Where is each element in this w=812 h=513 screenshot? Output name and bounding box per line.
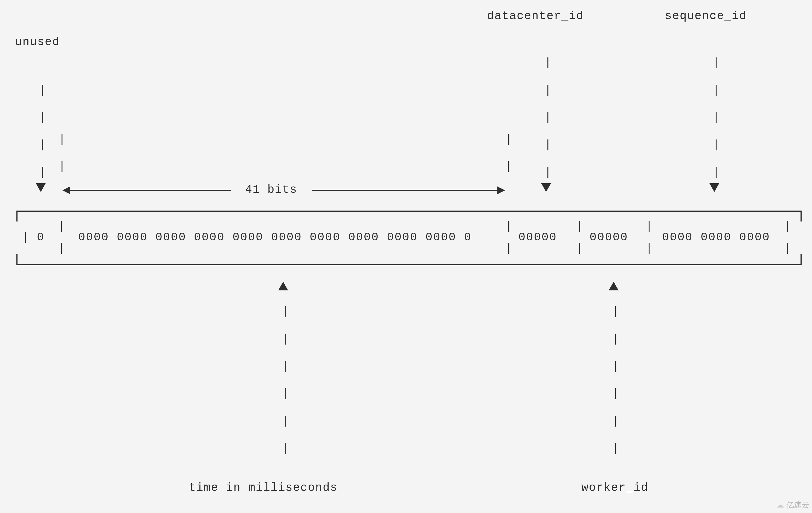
divider-icon: | (576, 242, 583, 255)
bits-cell-unused: 0 (37, 231, 45, 244)
divider-icon: | (576, 220, 583, 233)
label-sequence-id: sequence_id (665, 9, 747, 23)
arrow-left-icon (62, 186, 70, 194)
label-41-bits: 41 bits (245, 183, 297, 197)
divider-icon: | (505, 220, 512, 233)
label-worker-id: worker_id (581, 481, 648, 494)
arrow-down-icon (36, 183, 46, 192)
divider-icon: | (784, 220, 791, 233)
bit-table: | | | | | | | | | | | 0 0000 0000 0000 0… (17, 211, 802, 265)
pointer-ts-right: | | (505, 126, 512, 180)
pointer-time-ms: | | | | | | (282, 298, 289, 462)
divider-icon: | (22, 231, 29, 244)
watermark: ☁ 亿速云 (777, 500, 809, 510)
pointer-ts-left: | | (59, 126, 65, 180)
divider-icon: | (646, 220, 652, 233)
label-unused: unused (15, 35, 60, 49)
bits-cell-datacenter: 00000 (518, 231, 557, 244)
span-line-right (312, 190, 498, 191)
bits-cell-sequence: 0000 0000 0000 (662, 231, 770, 244)
bits-cell-timestamp: 0000 0000 0000 0000 0000 0000 0000 0000 … (78, 231, 472, 244)
label-datacenter-id: datacenter_id (487, 9, 584, 23)
bits-cell-worker: 00000 (589, 231, 628, 244)
arrow-down-icon (709, 183, 719, 192)
divider-icon: | (58, 220, 65, 233)
arrow-down-icon (541, 183, 551, 192)
divider-icon: | (646, 242, 652, 255)
arrow-up-icon (278, 282, 288, 291)
pointer-datacenter: | | | | | (545, 49, 551, 186)
arrow-up-icon (609, 282, 618, 291)
pointer-sequence: | | | | | (713, 49, 720, 186)
snowflake-id-diagram: unused datacenter_id sequence_id time in… (0, 0, 812, 513)
divider-icon: | (505, 242, 512, 255)
divider-icon: | (784, 242, 791, 255)
label-time-in-milliseconds: time in milliseconds (189, 481, 338, 494)
divider-icon: | (58, 242, 65, 255)
pointer-worker: | | | | | | (612, 298, 619, 462)
span-line-left (69, 190, 231, 191)
pointer-unused: | | | | (39, 77, 46, 186)
arrow-right-icon (497, 186, 505, 194)
